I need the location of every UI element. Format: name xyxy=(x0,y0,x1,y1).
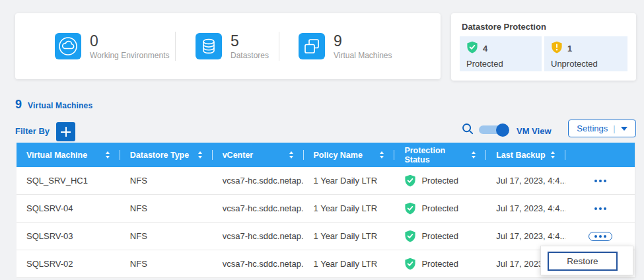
vm-title: Virtual Machines xyxy=(28,101,92,110)
cell-vcenter: vcsa7-hc.sddc.netap... xyxy=(213,203,304,213)
stat-label: Working Environments xyxy=(90,51,170,60)
cell-last-backup: Jul 17, 2023, 4:4... xyxy=(486,231,565,241)
cell-protection-status: Protected xyxy=(394,258,486,270)
restore-menu-item[interactable]: Restore xyxy=(548,252,618,271)
chevron-down-icon xyxy=(621,127,627,131)
column-header-datastore-type[interactable]: Datastore Type xyxy=(120,143,213,167)
cloud-icon xyxy=(55,33,81,59)
shield-check-icon xyxy=(404,258,416,270)
protection-card-title: Datastore Protection xyxy=(462,22,546,32)
divider xyxy=(175,32,176,61)
cell-vm-name: SQL_SRV_HC1 xyxy=(17,176,120,186)
cell-vcenter: vcsa7-hc.sddc.netap... xyxy=(213,176,304,186)
column-header-vcenter[interactable]: vCenter xyxy=(213,143,304,167)
settings-button[interactable]: Settings | xyxy=(568,120,636,137)
cell-protection-status: Protected xyxy=(394,174,486,187)
sort-icon[interactable] xyxy=(198,151,202,158)
unprotected-count: 1 xyxy=(567,44,572,53)
shield-check-icon xyxy=(404,230,416,242)
cell-datastore-type: NFS xyxy=(120,203,213,213)
vm-view-toggle[interactable] xyxy=(479,125,509,134)
stat-value: 5 xyxy=(231,33,269,49)
cell-vcenter: vcsa7-hc.sddc.netap... xyxy=(213,259,304,269)
page-title: 9 Virtual Machines xyxy=(15,98,92,112)
status-badge: Protected xyxy=(421,176,458,186)
vm-icon xyxy=(299,33,325,59)
column-header-virtual-machine[interactable]: Virtual Machine xyxy=(17,143,120,167)
cell-vm-name: SQLSRV-03 xyxy=(17,231,120,241)
table-row[interactable]: SQLSRV-04 NFS vcsa7-hc.sddc.netap... 1 Y… xyxy=(17,195,635,223)
status-badge: Protected xyxy=(421,231,458,241)
cell-datastore-type: NFS xyxy=(120,231,213,241)
sort-icon[interactable] xyxy=(289,151,293,158)
sort-icon[interactable] xyxy=(472,151,476,158)
cell-last-backup: Jul 17, 2023, 4:4... xyxy=(486,203,565,213)
protected-tile: 4 Protected xyxy=(460,36,542,71)
settings-label: Settings xyxy=(577,123,608,133)
filter-by-label: Filter By xyxy=(15,126,50,136)
cell-datastore-type: NFS xyxy=(120,259,213,269)
datastore-protection-card: Datastore Protection 4 Protected 1 xyxy=(451,13,636,81)
column-header-last-backup[interactable]: Last Backup xyxy=(486,143,565,167)
cell-datastore-type: NFS xyxy=(120,176,213,186)
row-context-menu: Restore xyxy=(540,246,633,275)
column-header-protection-status[interactable]: Protection Status xyxy=(394,143,486,167)
column-header-actions xyxy=(565,143,635,167)
cell-policy: 1 Year Daily LTR xyxy=(304,231,395,241)
row-menu-icon[interactable] xyxy=(592,177,609,185)
cell-protection-status: Protected xyxy=(394,202,486,215)
table-row[interactable]: SQL_SRV_HC1 NFS vcsa7-hc.sddc.netap... 1… xyxy=(17,167,635,195)
shield-check-icon xyxy=(404,202,416,215)
datastore-icon xyxy=(196,33,222,59)
stat-value: 9 xyxy=(334,33,392,49)
cell-last-backup: Jul 17, 2023, 4:4... xyxy=(486,176,565,186)
table-header-row: Virtual Machine Datastore Type vCenter P… xyxy=(17,143,635,167)
cell-policy: 1 Year Daily LTR xyxy=(304,203,395,213)
toggle-knob xyxy=(496,123,509,137)
cell-policy: 1 Year Daily LTR xyxy=(304,259,395,269)
cell-vm-name: SQLSRV-02 xyxy=(17,259,120,269)
unprotected-label: Unprotected xyxy=(551,59,621,69)
summary-card: 0 Working Environments 5 Datastores xyxy=(15,13,441,79)
status-badge: Protected xyxy=(421,259,458,269)
add-filter-button[interactable] xyxy=(56,122,75,141)
button-divider: | xyxy=(613,123,615,133)
stat-value: 0 xyxy=(90,33,170,49)
shield-warning-icon xyxy=(551,41,563,56)
stat-label: Virtual Machines xyxy=(334,51,392,60)
stat-working-environments: 0 Working Environments xyxy=(55,33,170,60)
cell-policy: 1 Year Daily LTR xyxy=(304,176,395,186)
column-header-policy-name[interactable]: Policy Name xyxy=(304,143,395,167)
row-menu-icon-active[interactable] xyxy=(589,232,612,241)
stat-label: Datastores xyxy=(231,51,269,60)
stat-datastores: 5 Datastores xyxy=(196,33,269,60)
sort-icon[interactable] xyxy=(380,151,384,158)
cell-vm-name: SQLSRV-04 xyxy=(17,203,120,213)
shield-check-icon xyxy=(466,41,478,56)
stat-virtual-machines: 9 Virtual Machines xyxy=(299,33,392,60)
row-menu-icon[interactable] xyxy=(592,205,609,213)
sort-icon[interactable] xyxy=(106,151,110,158)
vm-view-label: VM View xyxy=(517,126,552,136)
status-badge: Protected xyxy=(421,203,458,213)
search-icon[interactable] xyxy=(462,123,474,135)
unprotected-tile: 1 Unprotected xyxy=(544,36,627,71)
divider xyxy=(279,32,279,61)
shield-check-icon xyxy=(404,174,416,187)
protected-count: 4 xyxy=(483,44,487,53)
cell-vcenter: vcsa7-hc.sddc.netap... xyxy=(213,231,304,241)
cell-protection-status: Protected xyxy=(394,230,486,242)
protected-label: Protected xyxy=(466,59,535,69)
sort-icon[interactable] xyxy=(551,151,555,158)
vm-count: 9 xyxy=(15,98,22,112)
